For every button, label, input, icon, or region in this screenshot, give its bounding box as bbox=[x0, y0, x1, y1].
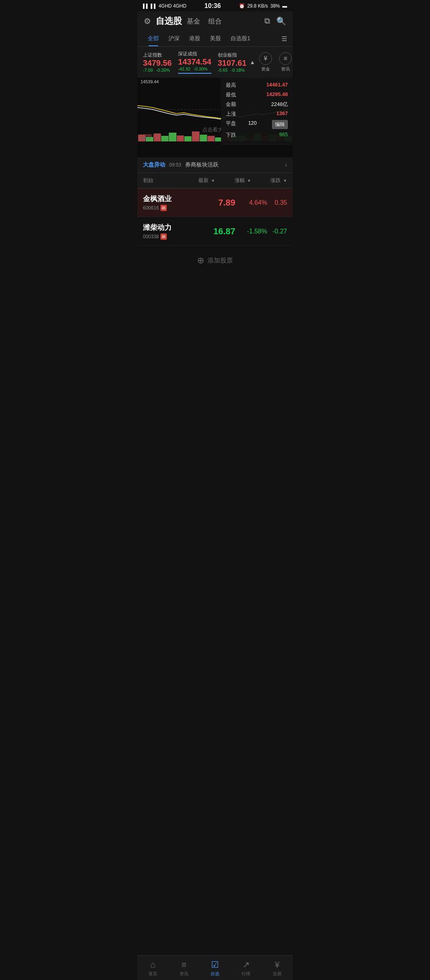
subnav-list-icon[interactable]: ☰ bbox=[281, 35, 287, 43]
chart-detail-high-val: 14461.47 bbox=[266, 82, 288, 89]
alarm-icon: ⏰ bbox=[239, 3, 245, 9]
index-value-1: 14374.54 bbox=[178, 57, 211, 67]
index-name-2: 创业板指 bbox=[218, 52, 246, 59]
chart-detail-low-val: 14295.48 bbox=[266, 91, 288, 98]
add-stock-icon: ⊕ bbox=[197, 255, 204, 266]
index-shenzheng[interactable]: 深证成指 14374.54 -42.92 -0.30% bbox=[178, 51, 211, 74]
index-change-pct-0: -0.20% bbox=[156, 68, 170, 73]
subnav-custom1[interactable]: 自选股1 bbox=[226, 31, 255, 46]
settings-icon[interactable]: ⚙ bbox=[144, 16, 151, 26]
search-icon[interactable]: 🔍 bbox=[276, 16, 286, 26]
news-arrow: › bbox=[285, 161, 287, 169]
chart-detail-low-label: 最低 bbox=[226, 91, 236, 98]
funds-icon: ¥ bbox=[259, 52, 272, 65]
vol-bar bbox=[154, 133, 161, 141]
chart-detail-low: 最低 14295.48 bbox=[226, 91, 288, 98]
share-icon[interactable]: ⧉ bbox=[264, 16, 270, 26]
battery-label: 38% bbox=[270, 3, 280, 9]
stock-code-0: 600616 bbox=[143, 205, 159, 211]
chart-detail-up-val: 1367 bbox=[276, 110, 288, 118]
stock-code-row-1: 000338 融 bbox=[143, 233, 199, 240]
news-label: 资讯 bbox=[281, 66, 290, 72]
signal-icon: ▌▌ bbox=[143, 4, 149, 8]
index-chuangye[interactable]: 创业板指 3107.61 -5.65 -0.18% bbox=[218, 52, 246, 73]
index-row: 上证指数 3479.56 -7.00 -0.20% 深证成指 14374.54 … bbox=[137, 47, 293, 78]
page-title: 自选股 bbox=[156, 15, 182, 27]
vol-bar bbox=[184, 136, 192, 141]
edit-button[interactable]: 编辑 bbox=[272, 120, 288, 129]
chart-high-value: 14539.44 bbox=[141, 79, 159, 84]
vol-bar bbox=[161, 136, 168, 141]
chart-right-panel: 最高 14461.47 最低 14295.48 金额 2248亿 上涨 1367… bbox=[221, 78, 293, 145]
status-left: ▌▌ ▌▌ 4GHD 4GHD bbox=[143, 3, 186, 9]
stock-info-0: 金枫酒业 600616 融 bbox=[143, 194, 199, 211]
stock-row-0[interactable]: 金枫酒业 600616 融 7.89 4.64% 0.35 bbox=[137, 188, 293, 217]
news-tag: 大盘异动 bbox=[143, 161, 165, 169]
stock-pct-1: -1.58% bbox=[235, 228, 267, 235]
funds-label: 资金 bbox=[261, 66, 270, 72]
header-tabs: 基金 组合 bbox=[187, 17, 260, 26]
vol-bar bbox=[200, 135, 207, 141]
chart-detail-flat-label: 平盘 bbox=[226, 120, 236, 129]
main-content: 大盘异动 09:53 券商板块活跃 › 初始 最新 ▼ 涨幅 ▼ 涨跌 ▼ 金枫… bbox=[137, 157, 293, 303]
tab-portfolio[interactable]: 组合 bbox=[208, 17, 222, 26]
col-header-name: 初始 bbox=[143, 177, 179, 184]
vol-bar bbox=[192, 131, 199, 141]
chart-detail-up-label: 上涨 bbox=[226, 110, 236, 118]
stock-row-1[interactable]: 潍柴动力 000338 融 16.87 -1.58% -0.27 bbox=[137, 217, 293, 246]
vol-bar bbox=[169, 133, 176, 141]
col-header-latest[interactable]: 最新 ▼ bbox=[179, 177, 215, 184]
news-banner[interactable]: 大盘异动 09:53 券商板块活跃 › bbox=[137, 157, 293, 173]
funds-btn[interactable]: ¥ 资金 bbox=[259, 52, 272, 72]
index-value-0: 3479.56 bbox=[143, 59, 172, 68]
subnav-hushen[interactable]: 沪深 bbox=[164, 31, 184, 46]
index-change-2: -5.65 -0.18% bbox=[218, 68, 246, 73]
index-change-1: -42.92 -0.30% bbox=[178, 67, 211, 71]
subnav-hkstock[interactable]: 港股 bbox=[184, 31, 205, 46]
header-icons: ⧉ 🔍 bbox=[264, 16, 286, 26]
stock-badge-0: 融 bbox=[160, 205, 167, 211]
news-icon: ≡ bbox=[279, 52, 292, 65]
signal-icon2: ▌▌ bbox=[151, 4, 157, 8]
index-value-2: 3107.61 bbox=[218, 59, 246, 68]
add-stock-btn[interactable]: ⊕ 添加股票 bbox=[137, 246, 293, 275]
col-header-chg[interactable]: 涨跌 ▼ bbox=[251, 177, 287, 184]
header: ⚙ 自选股 基金 组合 ⧉ 🔍 bbox=[137, 11, 293, 31]
stock-table-header: 初始 最新 ▼ 涨幅 ▼ 涨跌 ▼ bbox=[137, 173, 293, 188]
stock-badge-1: 融 bbox=[160, 233, 167, 240]
battery-icon: ▬ bbox=[282, 3, 287, 9]
index-name-0: 上证指数 bbox=[143, 52, 172, 59]
index-change-abs-0: -7.00 bbox=[143, 68, 153, 73]
sort-arrow-latest: ▼ bbox=[211, 178, 215, 183]
news-time: 09:53 bbox=[169, 162, 181, 168]
vol-bar bbox=[207, 136, 215, 141]
index-shangzheng[interactable]: 上证指数 3479.56 -7.00 -0.20% bbox=[143, 52, 172, 73]
stock-chg-0: 0.35 bbox=[267, 199, 287, 206]
sort-arrow-pct: ▼ bbox=[247, 178, 251, 183]
tab-fund[interactable]: 基金 bbox=[187, 17, 200, 26]
add-stock-text: 添加股票 bbox=[207, 257, 233, 265]
chart-section[interactable]: 14539.44 0.85% 点击看大图 14295.48 -0.85% bbox=[137, 78, 293, 157]
network-type: 4GHD 4GHD bbox=[158, 3, 186, 9]
chart-detail-high-label: 最高 bbox=[226, 82, 236, 89]
vol-bar bbox=[177, 135, 184, 141]
index-name-1: 深证成指 bbox=[178, 51, 211, 57]
chart-detail-up: 上涨 1367 bbox=[226, 110, 288, 118]
chart-detail-amount: 金额 2248亿 bbox=[226, 101, 288, 108]
chart-detail-down-val: 965 bbox=[279, 131, 288, 139]
chart-vol-label: 096万 bbox=[140, 136, 150, 141]
chart-detail-flat: 平盘 120 编辑 bbox=[226, 120, 288, 129]
stock-name-0: 金枫酒业 bbox=[143, 194, 199, 204]
chart-detail-amount-label: 金额 bbox=[226, 101, 236, 108]
stock-info-1: 潍柴动力 000338 融 bbox=[143, 223, 199, 240]
news-btn[interactable]: ≡ 资讯 bbox=[279, 52, 292, 72]
sort-arrow-chg: ▼ bbox=[283, 178, 287, 183]
chart-detail-flat-val: 120 bbox=[248, 120, 257, 129]
col-header-pct[interactable]: 涨幅 ▼ bbox=[215, 177, 251, 184]
subnav-all[interactable]: 全部 bbox=[143, 31, 164, 46]
subnav-usstock[interactable]: 美股 bbox=[205, 31, 226, 46]
chart-detail-down-label: 下跌 bbox=[226, 131, 236, 139]
stock-name-1: 潍柴动力 bbox=[143, 223, 199, 232]
stock-code-row-0: 600616 融 bbox=[143, 205, 199, 211]
index-collapse-btn[interactable]: ▲ bbox=[250, 59, 255, 65]
